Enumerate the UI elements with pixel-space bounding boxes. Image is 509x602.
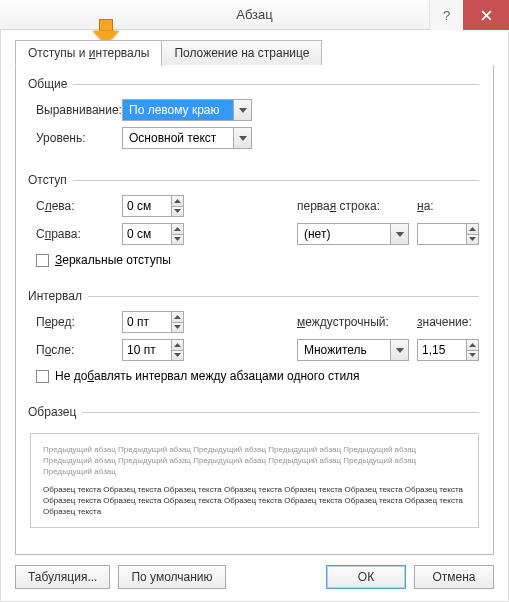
align-value: По левому краю	[123, 100, 233, 120]
cancel-button[interactable]: Отмена	[414, 565, 494, 589]
indent-right-input[interactable]	[123, 224, 171, 244]
level-combo[interactable]: Основной текст	[122, 127, 252, 149]
spacing-line-dropdown-button[interactable]	[390, 340, 408, 360]
chevron-down-icon	[469, 353, 476, 357]
spin-buttons[interactable]	[171, 196, 183, 216]
mirror-label: Зеркальные отступы	[55, 253, 171, 267]
mirror-checkbox[interactable]	[36, 254, 49, 267]
spin-up[interactable]	[467, 340, 478, 351]
window-title: Абзац	[236, 7, 272, 22]
indent-first-combo[interactable]: (нет)	[297, 223, 409, 245]
chevron-down-icon	[239, 136, 247, 141]
spin-down[interactable]	[172, 323, 183, 333]
indent-by-label: на:	[417, 199, 479, 213]
spin-down[interactable]	[467, 351, 478, 361]
align-combo[interactable]: По левому краю	[122, 99, 252, 121]
spacing-before-spinner[interactable]	[122, 311, 184, 333]
ok-button[interactable]: ОК	[326, 565, 406, 589]
spin-up[interactable]	[467, 224, 478, 235]
preview-box: Предыдущий абзац Предыдущий абзац Предыд…	[30, 433, 479, 528]
spin-up[interactable]	[172, 224, 183, 235]
spin-buttons[interactable]	[466, 224, 478, 244]
level-label: Уровень:	[30, 131, 122, 145]
chevron-down-icon	[174, 325, 181, 329]
spin-down[interactable]	[467, 235, 478, 245]
spacing-after-spinner[interactable]	[122, 339, 184, 361]
indent-left-input[interactable]	[123, 196, 171, 216]
level-dropdown-button[interactable]	[233, 128, 251, 148]
indent-by-spinner[interactable]	[417, 223, 479, 245]
spacing-at-input[interactable]	[418, 340, 466, 360]
titlebar: Абзац ?	[0, 0, 509, 30]
group-general: Общие Выравнивание: По левому краю Урове…	[30, 77, 479, 157]
spin-buttons[interactable]	[171, 340, 183, 360]
chevron-down-icon	[174, 209, 181, 213]
spin-down[interactable]	[172, 235, 183, 245]
chevron-up-icon	[174, 227, 181, 231]
spacing-line-value: Множитель	[298, 340, 390, 360]
default-button[interactable]: По умолчанию	[118, 565, 225, 589]
tab-indents[interactable]: Отступы и интервалы	[15, 40, 162, 66]
spin-up[interactable]	[172, 340, 183, 351]
spin-buttons[interactable]	[171, 312, 183, 332]
indent-by-input[interactable]	[418, 224, 466, 244]
spacing-line-combo[interactable]: Множитель	[297, 339, 409, 361]
chevron-down-icon	[174, 237, 181, 241]
indent-right-label: Справа:	[30, 227, 122, 241]
spacing-at-spinner[interactable]	[417, 339, 479, 361]
spacing-after-input[interactable]	[123, 340, 171, 360]
button-row: Табуляция... По умолчанию ОК Отмена	[15, 565, 494, 589]
group-general-legend: Общие	[28, 77, 73, 91]
close-button[interactable]	[463, 0, 509, 30]
spin-up[interactable]	[172, 196, 183, 207]
spacing-after-label: После:	[30, 343, 122, 357]
align-label: Выравнивание:	[30, 103, 122, 117]
nospace-label: Не добавлять интервал между абзацами одн…	[55, 369, 360, 383]
spin-buttons[interactable]	[466, 340, 478, 360]
spin-down[interactable]	[172, 351, 183, 361]
indent-first-dropdown-button[interactable]	[390, 224, 408, 244]
group-spacing: Интервал Перед: междустрочный: значение:…	[30, 289, 479, 389]
group-spacing-legend: Интервал	[28, 289, 88, 303]
level-value: Основной текст	[123, 128, 233, 148]
indent-right-spinner[interactable]	[122, 223, 184, 245]
spacing-at-label: значение:	[417, 315, 479, 329]
tabs-button[interactable]: Табуляция...	[15, 565, 110, 589]
group-preview: Образец Предыдущий абзац Предыдущий абза…	[30, 405, 479, 540]
group-indent-legend: Отступ	[28, 173, 73, 187]
preview-dark-text: Образец текста Образец текста Образец те…	[43, 484, 466, 518]
spin-up[interactable]	[172, 312, 183, 323]
chevron-up-icon	[174, 343, 181, 347]
close-icon	[481, 10, 492, 21]
titlebar-controls: ?	[429, 0, 509, 30]
help-button[interactable]: ?	[429, 0, 463, 30]
tab-panel: Общие Выравнивание: По левому краю Урове…	[15, 65, 494, 555]
chevron-down-icon	[396, 348, 404, 353]
nospace-checkbox[interactable]	[36, 370, 49, 383]
spacing-before-input[interactable]	[123, 312, 171, 332]
preview-gray-text: Предыдущий абзац Предыдущий абзац Предыд…	[43, 444, 466, 478]
chevron-down-icon	[396, 232, 404, 237]
group-indent: Отступ Слева: первая строка: на: Справа:	[30, 173, 479, 273]
dialog-content: Отступы и интервалы Положение на страниц…	[0, 30, 509, 602]
chevron-down-icon	[174, 353, 181, 357]
chevron-up-icon	[469, 343, 476, 347]
chevron-up-icon	[174, 199, 181, 203]
spacing-line-label: междустрочный:	[297, 315, 417, 329]
tabbar: Отступы и интервалы Положение на страниц…	[15, 40, 494, 66]
indent-left-label: Слева:	[30, 199, 122, 213]
indent-left-spinner[interactable]	[122, 195, 184, 217]
chevron-up-icon	[469, 227, 476, 231]
spin-buttons[interactable]	[171, 224, 183, 244]
align-dropdown-button[interactable]	[233, 100, 251, 120]
spin-down[interactable]	[172, 207, 183, 217]
indent-first-value: (нет)	[298, 224, 390, 244]
indent-first-label: первая строка:	[297, 199, 417, 213]
chevron-down-icon	[469, 237, 476, 241]
group-preview-legend: Образец	[28, 405, 82, 419]
chevron-down-icon	[239, 108, 247, 113]
chevron-up-icon	[174, 315, 181, 319]
tab-position[interactable]: Положение на странице	[162, 40, 322, 66]
spacing-before-label: Перед:	[30, 315, 122, 329]
